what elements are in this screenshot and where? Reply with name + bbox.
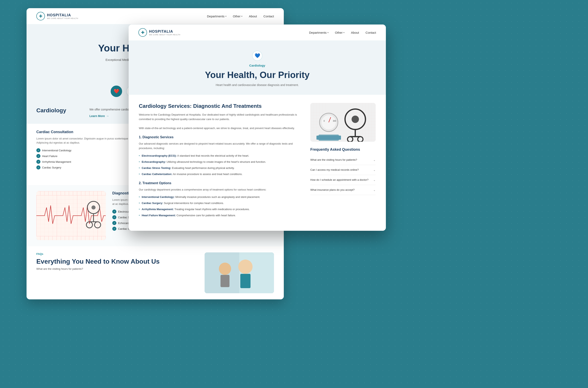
svg-point-30 [352, 116, 359, 123]
front-treatments-list: Interventional Cardiology: Minimally inv… [139, 195, 302, 218]
faqs-image [205, 252, 274, 293]
back-logo-name: HOSPITALIA [47, 13, 78, 17]
front-diagnostics-list: Electrocardiography (ECG): A standard te… [139, 154, 302, 176]
faq-question-4[interactable]: What insurance plans do you accept? ⌄ [310, 188, 376, 192]
back-logo: ✚ HOSPITALIA WE CARE ABOUT YOUR HEALTH [36, 12, 78, 21]
chevron-down-icon: ⌄ [373, 188, 376, 192]
check-icon: ✓ [36, 165, 40, 170]
front-hero-icon: 💙 [252, 51, 262, 61]
front-hero-tag: Cardiology [141, 64, 374, 67]
faqs-tag: FAQs [36, 252, 196, 255]
list-item: Echocardiography: Utilizing ultrasound t… [139, 160, 302, 164]
faq-item-3: How do I schedule an appointment with a … [310, 175, 376, 185]
diagnostic-card-image [36, 191, 106, 240]
faq-question-3[interactable]: How do I schedule an appointment with a … [310, 178, 376, 182]
list-item: Arrhythmia Management: Treating irregula… [139, 207, 302, 212]
check-icon: ✓ [36, 160, 40, 164]
list-item: Cardiac Surgery: Surgical interventions … [139, 201, 302, 205]
chevron-down-icon: ▾ [343, 31, 344, 34]
check-icon: ✓ [36, 154, 40, 158]
back-nav-departments[interactable]: Departments ▾ [207, 15, 226, 18]
cardiology-label: Cardiology [36, 107, 81, 114]
svg-point-16 [92, 205, 95, 210]
list-item: Heart Failure Management: Comprehensive … [139, 213, 302, 218]
front-sidebar: 0 300 Frequently Asked Questions What ar… [310, 103, 376, 223]
front-faq-title: Frequently Asked Questions [310, 147, 376, 152]
front-nav-about[interactable]: About [351, 31, 359, 34]
front-hero-subtitle: Heart health and cardiovascular disease … [141, 83, 374, 87]
check-icon: ✓ [112, 227, 116, 231]
faq-item-2: Can I access my medical records online? … [310, 165, 376, 175]
svg-point-25 [219, 263, 231, 275]
check-icon: ✓ [112, 221, 116, 225]
svg-rect-26 [220, 275, 230, 287]
chevron-down-icon: ⌄ [373, 178, 376, 182]
front-hero-title: Your Health, Our Priority [141, 70, 374, 80]
faqs-subtitle: What are the visiting hours for patients… [36, 267, 196, 271]
list-item: Interventional Cardiology: Minimally inv… [139, 195, 302, 199]
back-logo-sub: WE CARE ABOUT YOUR HEALTH [47, 17, 78, 19]
back-nav-other[interactable]: Other ▾ [233, 15, 243, 18]
list-item: Cardiac Stress Testing: Evaluating heart… [139, 166, 302, 170]
svg-rect-24 [240, 274, 251, 288]
front-nav-other[interactable]: Other ▾ [335, 31, 345, 34]
faq-question-2[interactable]: Can I access my medical records online? … [310, 168, 376, 171]
check-icon: ✓ [112, 210, 116, 214]
faq-item-4: What insurance plans do you accept? ⌄ [310, 185, 376, 195]
front-logo-sub: WE CARE ABOUT YOUR HEALTH [149, 34, 180, 36]
front-section1-title: 1. Diagnostic Services [139, 135, 302, 139]
front-window: ✚ HOSPITALIA WE CARE ABOUT YOUR HEALTH D… [129, 24, 386, 231]
chevron-down-icon: ⌄ [373, 168, 376, 171]
chevron-down-icon: ⌄ [373, 158, 376, 162]
svg-text:0: 0 [324, 120, 325, 122]
faq-item-1: What are the visiting hours for patients… [310, 155, 376, 165]
svg-rect-41 [316, 136, 341, 140]
front-nav-contact[interactable]: Contact [365, 31, 376, 34]
faq-question-1[interactable]: What are the visiting hours for patients… [310, 158, 376, 162]
check-icon: ✓ [36, 148, 40, 152]
front-intro: Welcome to the Cardiology Department at … [139, 113, 302, 130]
front-content: Cardiology Services: Diagnostic And Trea… [129, 95, 386, 231]
back-nav-links: Departments ▾ Other ▾ About Contact [207, 15, 274, 18]
chevron-down-icon: ▾ [328, 31, 329, 34]
back-nav-about[interactable]: About [249, 15, 257, 18]
service-icon-cardiology[interactable]: ❤️ [111, 86, 122, 97]
front-logo: ✚ HOSPITALIA WE CARE ABOUT YOUR HEALTH [139, 28, 180, 37]
front-navbar: ✚ HOSPITALIA WE CARE ABOUT YOUR HEALTH D… [129, 24, 386, 40]
front-nav-links: Departments ▾ Other ▾ About Contact [309, 31, 376, 34]
back-logo-icon: ✚ [36, 12, 45, 21]
list-item: Electrocardiography (ECG): A standard te… [139, 154, 302, 158]
front-nav-departments[interactable]: Departments ▾ [309, 31, 329, 34]
faqs-section: FAQs Everything You Need to Know About U… [26, 246, 284, 299]
front-section-title: Cardiology Services: Diagnostic And Trea… [139, 103, 302, 109]
list-item: Cardiac Catheterization: An invasive pro… [139, 172, 302, 176]
svg-point-23 [238, 260, 253, 274]
back-navbar: ✚ HOSPITALIA WE CARE ABOUT YOUR HEALTH D… [26, 8, 284, 24]
arrow-right-icon: → [106, 114, 109, 118]
svg-text:300: 300 [333, 120, 336, 122]
back-nav-contact[interactable]: Contact [263, 15, 274, 18]
chevron-down-icon: ▾ [241, 15, 242, 17]
chevron-down-icon: ▾ [225, 15, 226, 17]
front-section1-intro: Our advanced diagnostic services are des… [139, 142, 302, 150]
front-sidebar-image: 0 300 [310, 103, 376, 142]
faqs-title: Everything You Need to Know About Us [36, 258, 196, 265]
front-main: Cardiology Services: Diagnostic And Trea… [139, 103, 310, 223]
front-logo-name: HOSPITALIA [149, 29, 180, 34]
front-logo-icon: ✚ [139, 28, 147, 37]
front-section2-intro: Our cardiology department provides a com… [139, 188, 302, 192]
check-icon: ✓ [112, 215, 116, 219]
front-hero: 💙 Cardiology Your Health, Our Priority H… [129, 40, 386, 95]
front-section2-title: 2. Treatment Options [139, 181, 302, 185]
